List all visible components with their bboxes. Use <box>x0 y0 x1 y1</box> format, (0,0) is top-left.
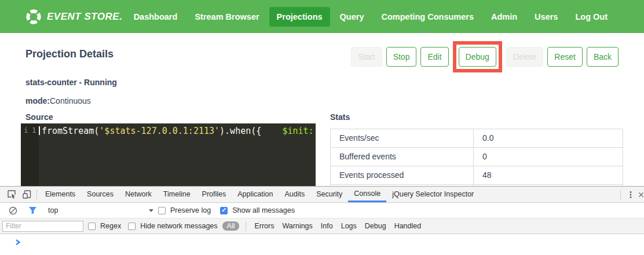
debug-highlight-annotation: Debug <box>453 41 502 72</box>
console-prompt[interactable] <box>0 234 644 247</box>
reset-button[interactable]: Reset <box>547 47 583 67</box>
code-segment: ).when({ <box>219 126 261 136</box>
stat-label: Events processed <box>331 166 474 184</box>
source-code-editor[interactable]: i 1 fromStream('$stats-127.0.0.1:2113').… <box>21 123 316 186</box>
level-handled[interactable]: Handled <box>393 222 423 230</box>
level-info[interactable]: Info <box>319 222 335 230</box>
stat-label: Buffered events <box>331 148 474 166</box>
stats-table: Events/sec 0.0 Buffered events 0 Events … <box>330 129 623 186</box>
level-all[interactable]: All <box>222 221 240 231</box>
start-button[interactable]: Start <box>351 47 382 67</box>
console-toolbar: top Preserve log Show all messages <box>0 203 644 218</box>
back-button[interactable]: Back <box>587 47 619 67</box>
chevron-down-icon <box>149 209 153 212</box>
preserve-log-checkbox[interactable] <box>158 207 166 214</box>
stats-heading: Stats <box>330 112 350 122</box>
stop-button[interactable]: Stop <box>386 47 417 67</box>
clear-console-icon[interactable] <box>5 203 20 218</box>
delete-button[interactable]: Delete <box>506 47 543 67</box>
preserve-log-label[interactable]: Preserve log <box>170 206 211 214</box>
tab-security[interactable]: Security <box>310 187 348 202</box>
hide-network-messages-label[interactable]: Hide network messages <box>140 222 217 230</box>
nav-item-competing-consumers[interactable]: Competing Consumers <box>374 7 481 27</box>
gutter-marker: i <box>24 126 28 186</box>
show-all-messages-label[interactable]: Show all messages <box>232 206 295 214</box>
code-segment <box>314 126 316 136</box>
filter-icon[interactable] <box>25 203 40 218</box>
editor-gutter: i 1 <box>21 123 39 186</box>
regex-label[interactable]: Regex <box>100 222 121 230</box>
level-warnings[interactable]: Warnings <box>280 222 314 230</box>
code-segment <box>261 126 282 136</box>
editor-code-line[interactable]: fromStream('$stats-127.0.0.1:2113').when… <box>39 123 316 186</box>
console-filter-bar: Regex Hide network messages All Errors W… <box>0 218 644 234</box>
table-row: Buffered events 0 <box>330 148 623 166</box>
regex-checkbox[interactable] <box>88 223 96 230</box>
tab-network[interactable]: Network <box>119 187 158 202</box>
tab-elements[interactable]: Elements <box>39 187 81 202</box>
device-toolbar-icon[interactable] <box>19 187 34 202</box>
level-errors[interactable]: Errors <box>253 222 276 230</box>
projection-mode: mode:Continuous <box>25 96 91 105</box>
devtools-window-controls <box>618 187 644 202</box>
debug-button[interactable]: Debug <box>459 47 496 67</box>
toolbar-separator <box>620 190 621 199</box>
table-row: Events/sec 0.0 <box>330 129 623 148</box>
nav-menu: Dashboard Stream Browser Projections Que… <box>126 7 615 27</box>
level-debug[interactable]: Debug <box>363 222 388 230</box>
frame-context-selector[interactable]: top <box>48 206 153 214</box>
level-logs[interactable]: Logs <box>339 222 358 230</box>
stat-value: 48 <box>474 166 623 184</box>
show-all-messages-checkbox[interactable] <box>220 207 228 214</box>
devtools-tab-bar: Elements Sources Network Timeline Profil… <box>0 187 644 203</box>
stat-value: 0.0 <box>474 129 623 147</box>
top-navbar: EVENT STORE. Dashboard Stream Browser Pr… <box>0 0 644 33</box>
nav-item-stream-browser[interactable]: Stream Browser <box>187 7 266 27</box>
edit-button[interactable]: Edit <box>420 47 448 67</box>
stat-label: Events/sec <box>331 129 474 147</box>
eventstore-logo-text: EVENT STORE. <box>47 11 122 23</box>
projection-status: stats-counter - Running <box>25 78 117 87</box>
projection-actions: Start Stop Edit Debug Delete Reset Back <box>351 39 619 74</box>
nav-item-query[interactable]: Query <box>332 7 372 27</box>
nav-item-admin[interactable]: Admin <box>484 7 525 27</box>
console-prompt-chevron-icon <box>15 239 21 245</box>
eventstore-logo[interactable]: EVENT STORE. <box>25 9 122 25</box>
code-segment-string: '$stats-127.0.0.1:2113' <box>99 126 219 136</box>
nav-item-projections[interactable]: Projections <box>269 7 330 27</box>
filter-input[interactable] <box>2 221 83 232</box>
code-segment: fromStream( <box>42 126 99 136</box>
tab-jquery-selector-inspector[interactable]: jQuery Selector Inspector <box>386 187 480 202</box>
stat-value: 0 <box>474 148 623 166</box>
frame-context-value: top <box>48 206 58 214</box>
toolbar-separator <box>36 190 37 199</box>
inspect-element-icon[interactable] <box>4 187 19 202</box>
devtools-close-icon[interactable] <box>638 191 644 199</box>
table-row: Events processed 48 <box>330 166 623 185</box>
devtools-menu-icon[interactable] <box>623 187 638 202</box>
main-content: Projection Details Start Stop Edit Debug… <box>0 33 644 186</box>
editor-caret <box>39 126 40 135</box>
mode-value: Continuous <box>50 96 91 105</box>
mode-label: mode: <box>25 96 50 105</box>
tab-audits[interactable]: Audits <box>279 187 310 202</box>
nav-item-dashboard[interactable]: Dashboard <box>126 7 185 27</box>
tab-application[interactable]: Application <box>232 187 279 202</box>
toolbar-separator <box>246 221 246 231</box>
line-number: 1 <box>32 126 36 186</box>
code-segment-keyword: $init: <box>282 126 313 136</box>
tab-timeline[interactable]: Timeline <box>158 187 196 202</box>
nav-item-logout[interactable]: Log Out <box>568 7 615 27</box>
page-title: Projection Details <box>25 48 114 60</box>
tab-console[interactable]: Console <box>348 187 386 202</box>
nav-item-users[interactable]: Users <box>527 7 565 27</box>
tab-profiles[interactable]: Profiles <box>196 187 232 202</box>
devtools-panel: Elements Sources Network Timeline Profil… <box>0 186 644 255</box>
tab-sources[interactable]: Sources <box>81 187 119 202</box>
eventstore-logo-icon <box>25 9 42 25</box>
source-heading: Source <box>25 112 53 122</box>
hide-network-messages-checkbox[interactable] <box>128 223 136 230</box>
